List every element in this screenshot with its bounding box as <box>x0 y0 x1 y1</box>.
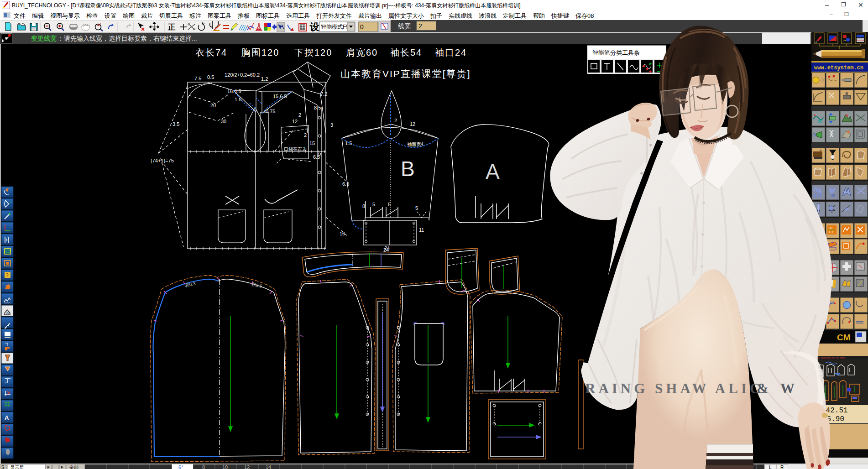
svg-text:15.6.5: 15.6.5 <box>273 94 287 99</box>
svg-text:0.75: 0.75 <box>266 109 275 114</box>
svg-text:1.2: 1.2 <box>261 76 268 82</box>
svg-text:衣长74: 衣长74 <box>195 47 227 57</box>
svg-text:和0.3: 和0.3 <box>184 281 196 288</box>
svg-text:8: 8 <box>362 203 365 209</box>
svg-text:6.5: 6.5 <box>342 181 349 187</box>
svg-text:袖长54: 袖长54 <box>390 47 422 57</box>
svg-text:5: 5 <box>372 202 375 207</box>
svg-text:00: 00 <box>6 311 10 314</box>
svg-text:30: 30 <box>221 119 226 124</box>
svg-text:3.5: 3.5 <box>173 121 179 127</box>
svg-text:A: A <box>5 414 9 421</box>
svg-text:S: S <box>1 465 5 469</box>
svg-text:24: 24 <box>384 245 390 251</box>
svg-text:智能模式F5: 智能模式F5 <box>321 24 349 30</box>
svg-text:0.5: 0.5 <box>207 74 214 80</box>
svg-text:8.5: 8.5 <box>314 105 321 110</box>
svg-text:6*: 6* <box>178 464 183 469</box>
svg-text:袖口24: 袖口24 <box>435 47 467 57</box>
svg-text:1.5: 1.5 <box>235 97 241 102</box>
svg-text:12: 12 <box>410 121 415 127</box>
svg-text:12: 12 <box>244 464 250 469</box>
svg-text:B: B <box>401 157 415 181</box>
svg-text:11: 11 <box>419 227 424 233</box>
svg-text:12: 12 <box>292 119 298 124</box>
svg-text:2: 2 <box>298 112 301 118</box>
svg-text:120/2+0.2=60.2: 120/2+0.2=60.2 <box>225 72 260 78</box>
svg-text:设: 设 <box>309 21 319 32</box>
svg-text:16.4.5: 16.4.5 <box>227 89 241 94</box>
svg-text:W: W <box>780 380 795 396</box>
svg-text:16: 16 <box>340 231 345 236</box>
svg-text:20: 20 <box>210 103 216 108</box>
svg-text:显示层: 显示层 <box>10 465 24 469</box>
svg-text:14: 14 <box>266 464 271 469</box>
svg-text:A: A <box>486 160 500 183</box>
svg-text:(74+1)=75: (74+1)=75 <box>151 158 174 163</box>
svg-text:肩宽60: 肩宽60 <box>346 47 378 57</box>
svg-text:正: 正 <box>167 23 175 31</box>
svg-text:10: 10 <box>222 464 228 469</box>
svg-text:3: 3 <box>330 122 333 128</box>
svg-text:8: 8 <box>202 464 205 469</box>
svg-text:下摆120: 下摆120 <box>294 47 332 57</box>
svg-text:&: & <box>757 380 769 396</box>
svg-text:2: 2 <box>304 132 307 138</box>
svg-text:5: 5 <box>415 205 418 211</box>
svg-text:?: ? <box>6 273 9 278</box>
svg-text:胸围120: 胸围120 <box>241 47 279 57</box>
svg-text:袖面宽4: 袖面宽4 <box>407 142 424 147</box>
svg-text:7.2: 7.2 <box>320 91 327 97</box>
svg-text:7.5: 7.5 <box>194 76 201 81</box>
svg-text:5: 5 <box>388 202 391 207</box>
svg-text:6.5: 6.5 <box>313 154 320 160</box>
svg-text:口袋在左边: 口袋在左边 <box>284 146 307 151</box>
svg-text:全部: 全部 <box>69 465 78 469</box>
svg-text:RAING SHAW ALIC: RAING SHAW ALIC <box>585 380 763 396</box>
svg-text:1.5: 1.5 <box>345 141 352 146</box>
svg-text:2: 2 <box>394 118 397 123</box>
svg-text:15: 15 <box>309 141 315 146</box>
svg-text:山本教育VIP直播课堂[尊贵]: 山本教育VIP直播课堂[尊贵] <box>340 68 471 79</box>
svg-text:0: 0 <box>360 23 364 31</box>
